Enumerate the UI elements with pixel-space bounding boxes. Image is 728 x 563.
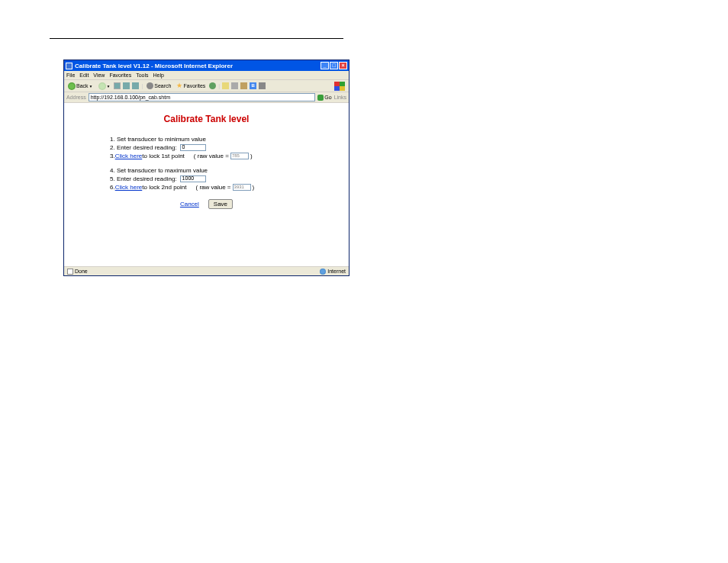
- address-label: Address: [66, 95, 86, 100]
- step-1: 1. Set transducer to minimum value: [110, 135, 349, 143]
- forward-button[interactable]: ▼: [97, 82, 112, 91]
- refresh-icon[interactable]: [123, 82, 130, 89]
- close-button[interactable]: ×: [339, 62, 347, 69]
- search-icon: [147, 82, 153, 89]
- statusbar: Done Internet: [64, 266, 349, 275]
- menu-file[interactable]: File: [66, 72, 75, 78]
- max-reading-value: 1000: [182, 175, 195, 183]
- back-label: Back: [76, 83, 89, 88]
- step-5: 5. Enter desired reading: 1000: [110, 175, 349, 183]
- favorites-label: Favorites: [183, 83, 205, 88]
- search-label: Search: [154, 83, 171, 88]
- menu-help[interactable]: Help: [153, 72, 164, 78]
- step-4: 4. Set transducer to maximum value: [110, 166, 349, 175]
- star-icon: ★: [176, 82, 182, 89]
- mail-icon[interactable]: [222, 82, 229, 89]
- globe-icon: [320, 269, 326, 275]
- toolbar: Back ▼ ▼ | Search ★ Favorites | B: [64, 80, 349, 92]
- edit-icon[interactable]: [240, 82, 247, 89]
- step-6-prefix: 6.: [110, 183, 115, 192]
- forward-icon: [98, 82, 106, 90]
- stop-icon[interactable]: [114, 82, 121, 89]
- favorites-button[interactable]: ★ Favorites: [175, 82, 207, 90]
- go-button[interactable]: Go: [317, 95, 331, 101]
- addressbar: Address http://192.168.0.100/pn_cab.shtm…: [64, 92, 349, 103]
- zone-text: Internet: [327, 269, 346, 274]
- address-url: http://192.168.0.100/pn_cab.shtm: [91, 95, 170, 100]
- raw-2-label: ( raw value =: [196, 183, 231, 192]
- go-label: Go: [324, 95, 331, 100]
- ie-logo-icon: [66, 63, 72, 69]
- menu-view[interactable]: View: [93, 72, 105, 78]
- done-icon: [67, 269, 73, 275]
- titlebar: Calibrate Tank level V1.12 - Microsoft I…: [64, 60, 349, 71]
- dropdown-icon: ▼: [89, 84, 93, 88]
- lock-2nd-link[interactable]: Click here: [115, 183, 143, 192]
- print-icon[interactable]: [231, 82, 238, 89]
- page-title: Calibrate Tank level: [64, 114, 349, 124]
- gear-icon[interactable]: [259, 82, 266, 89]
- menubar: File Edit View Favorites Tools Help: [64, 71, 349, 80]
- lock-1st-link[interactable]: Click here: [115, 152, 143, 161]
- back-icon: [68, 82, 76, 90]
- min-reading-input[interactable]: 0: [180, 144, 206, 151]
- actions-row: Cancel Save: [64, 199, 349, 209]
- discuss-icon[interactable]: B: [250, 82, 256, 89]
- back-button[interactable]: Back ▼: [66, 82, 95, 91]
- links-label[interactable]: Links: [334, 95, 346, 100]
- minimize-button[interactable]: _: [321, 62, 329, 69]
- raw-1-value: 785: [232, 153, 240, 159]
- dropdown-icon: ▼: [107, 84, 111, 88]
- history-icon[interactable]: [209, 82, 216, 89]
- step-2: 2. Enter desired reading: 0: [110, 143, 349, 152]
- maximize-button[interactable]: □: [330, 62, 338, 69]
- search-button[interactable]: Search: [145, 82, 172, 90]
- calibration-steps: 1. Set transducer to minimum value 2. En…: [64, 135, 349, 191]
- raw-2-value: 3931: [234, 184, 244, 191]
- address-input[interactable]: http://192.168.0.100/pn_cab.shtm: [89, 93, 316, 101]
- step-3-prefix: 3.: [110, 152, 115, 161]
- ie-window: Calibrate Tank level V1.12 - Microsoft I…: [63, 60, 350, 276]
- menu-tools[interactable]: Tools: [136, 72, 148, 78]
- raw-1-close: ): [250, 152, 253, 161]
- content-area: Calibrate Tank level 1. Set transducer t…: [64, 103, 349, 266]
- min-reading-value: 0: [182, 143, 185, 152]
- status-text: Done: [75, 269, 88, 274]
- save-button[interactable]: Save: [208, 199, 233, 209]
- separator: |: [141, 83, 143, 88]
- menu-edit[interactable]: Edit: [79, 72, 89, 78]
- go-icon: [317, 95, 324, 101]
- step-3: 3. Click here to lock 1st point ( raw va…: [110, 152, 349, 160]
- separator: |: [218, 83, 220, 88]
- step-3-suffix: to lock 1st point: [142, 152, 185, 161]
- window-title: Calibrate Tank level V1.12 - Microsoft I…: [75, 63, 321, 69]
- home-icon[interactable]: [132, 82, 139, 89]
- horizontal-rule: [50, 38, 343, 39]
- cancel-link[interactable]: Cancel: [180, 201, 199, 208]
- max-reading-input[interactable]: 1000: [180, 175, 206, 182]
- step-6-suffix: to lock 2nd point: [142, 183, 186, 192]
- step-6: 6. Click here to lock 2nd point ( raw va…: [110, 183, 349, 191]
- throbber-icon: [334, 82, 345, 91]
- raw-2-close: ): [253, 183, 255, 192]
- raw-1-label: ( raw value =: [194, 152, 229, 161]
- raw-2-input[interactable]: 3931: [233, 184, 251, 191]
- menu-favorites[interactable]: Favorites: [109, 72, 131, 78]
- raw-1-input[interactable]: 785: [230, 153, 249, 159]
- window-controls: _ □ ×: [321, 62, 347, 69]
